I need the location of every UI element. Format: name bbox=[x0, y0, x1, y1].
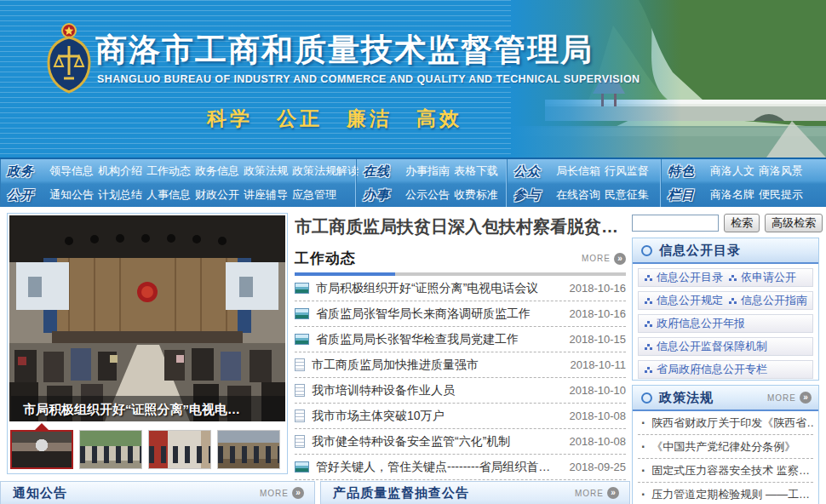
nav-link[interactable]: 行风监督 bbox=[605, 163, 649, 179]
news-item-title[interactable]: 我市培训特种设备作业人员 bbox=[312, 383, 559, 398]
info-box-title: 信息公开目录 bbox=[659, 243, 818, 259]
policy-item-title[interactable]: 压力管道定期检验规则 ——工… bbox=[651, 487, 813, 502]
carousel-caption[interactable]: 市局积极组织开好“证照分离”电视电… bbox=[11, 396, 285, 421]
nav-link[interactable]: 便民提示 bbox=[759, 187, 803, 203]
news-item-title[interactable]: 市局积极组织开好“证照分离”电视电话会议 bbox=[316, 281, 559, 296]
thumb-figures bbox=[149, 446, 210, 463]
news-item: 我市市场主体突破10万户 2018-10-08 bbox=[295, 404, 626, 429]
nav-link[interactable]: 办事指南 bbox=[405, 163, 450, 179]
document-icon bbox=[295, 410, 305, 422]
notice-more-link[interactable]: more » bbox=[260, 487, 304, 499]
policy-item: · 固定式压力容器安全技术 监察… bbox=[638, 459, 813, 483]
top-news-headline[interactable]: 市工商质监局扶贫日深入包扶村察看脱贫… bbox=[295, 215, 626, 238]
search-button[interactable]: 检索 bbox=[724, 214, 760, 232]
info-box-header: 信息公开目录 bbox=[633, 238, 818, 264]
nav-link[interactable]: 财政公开 bbox=[195, 187, 239, 203]
cluster-icon bbox=[647, 275, 650, 278]
nav-tab-gongkai[interactable]: 公开 bbox=[7, 187, 44, 203]
product-more-link[interactable]: more » bbox=[575, 487, 619, 499]
dot-bullet-icon: · bbox=[641, 415, 645, 431]
nav-link[interactable]: 领导信息 bbox=[49, 163, 94, 179]
cluster-icon bbox=[647, 367, 650, 369]
site-search: 检索 高级检索 bbox=[632, 213, 821, 233]
nav-tab-tese[interactable]: 特色 bbox=[668, 163, 705, 180]
info-link[interactable]: 信息公开目录 bbox=[647, 270, 723, 285]
nav-link[interactable]: 政务信息 bbox=[195, 163, 239, 179]
info-link-label: 政府信息公开年报 bbox=[657, 316, 745, 331]
news-item-title[interactable]: 市工商质监局加快推进质量强市 bbox=[312, 358, 559, 373]
nav-link[interactable]: 公示公告 bbox=[405, 187, 450, 203]
news-item-date: 2018-10-08 bbox=[559, 435, 626, 448]
carousel-thumb-1[interactable] bbox=[10, 430, 73, 469]
news-item-title[interactable]: 省质监局局长张智华检查我局党建工作 bbox=[316, 332, 559, 347]
search-input[interactable] bbox=[632, 215, 719, 232]
info-row: 政府信息公开年报 bbox=[638, 314, 813, 333]
nav-link[interactable]: 民意征集 bbox=[605, 187, 649, 203]
policy-item-title[interactable]: 《中国共产党纪律处分条例》 bbox=[651, 439, 813, 455]
nav-tab-zhengwu[interactable]: 政务 bbox=[7, 163, 44, 180]
nav-link[interactable]: 应急管理 bbox=[292, 187, 336, 203]
nav-link[interactable]: 机构介绍 bbox=[98, 163, 142, 179]
nav-link[interactable]: 收费标准 bbox=[454, 187, 498, 203]
nav-tab-zaixian[interactable]: 在线 bbox=[363, 163, 400, 180]
nav-link[interactable]: 政策法规 bbox=[244, 163, 288, 179]
more-label: more bbox=[767, 393, 796, 403]
thumb-figures bbox=[80, 446, 141, 463]
nav-link[interactable]: 商洛人文 bbox=[710, 163, 754, 179]
agency-emblem-logo bbox=[43, 20, 95, 94]
news-item-title[interactable]: 我市健全特种设备安全监管“六化”机制 bbox=[312, 434, 559, 450]
nav-tab-canyu[interactable]: 参与 bbox=[513, 187, 551, 203]
info-link-label: 依申请公开 bbox=[741, 270, 796, 285]
nav-link[interactable]: 讲座辅导 bbox=[244, 187, 288, 203]
dot-bullet-icon: · bbox=[641, 487, 645, 502]
nav-tab-banshi[interactable]: 办事 bbox=[363, 187, 400, 203]
nav-link[interactable]: 人事信息 bbox=[146, 187, 191, 203]
news-more-link[interactable]: more » bbox=[582, 253, 626, 265]
carousel-thumb-4[interactable] bbox=[217, 430, 280, 469]
conference-photo-illustration bbox=[9, 215, 285, 421]
nav-link[interactable]: 局长信箱 bbox=[556, 163, 600, 179]
policy-box-title: 政策法规 bbox=[659, 390, 767, 406]
nav-link[interactable]: 商洛风景 bbox=[759, 163, 803, 179]
news-item: 我市健全特种设备安全监管“六化”机制 2018-10-08 bbox=[295, 429, 626, 455]
dot-bullet-icon: · bbox=[641, 439, 645, 455]
news-item-title[interactable]: 省质监局张智华局长来商洛调研质监工作 bbox=[316, 306, 559, 322]
info-link[interactable]: 省局政府信息公开专栏 bbox=[647, 362, 767, 377]
news-item: 省质监局张智华局长来商洛调研质监工作 2018-10-16 bbox=[295, 301, 626, 327]
cluster-icon bbox=[731, 298, 734, 301]
news-item-date: 2018-10-11 bbox=[559, 358, 626, 371]
nav-group-online: 在线 办事指南 表格下载 办事 公示公告 收费标准 bbox=[356, 159, 507, 207]
nav-tab-lanmu[interactable]: 栏目 bbox=[668, 187, 705, 203]
nav-link[interactable]: 商洛名牌 bbox=[710, 187, 754, 203]
policy-item: · 压力管道定期检验规则 ——工… bbox=[638, 483, 813, 504]
info-link[interactable]: 信息公开监督保障机制 bbox=[647, 339, 767, 354]
carousel-thumb-2[interactable] bbox=[79, 430, 142, 469]
info-link[interactable]: 信息公开指南 bbox=[731, 293, 807, 308]
notice-announcements-section: 通知公告 more » bbox=[0, 481, 315, 504]
policy-regulations-box: 政策法规 more » · 陕西省财政厅关于印发《陕西省… · 《中国共产党纪律… bbox=[632, 385, 819, 504]
nav-link[interactable]: 表格下载 bbox=[454, 163, 498, 179]
main-nav: 政务 领导信息 机构介绍 工作动态 政务信息 政策法规 政策法规解读 公开 通知… bbox=[0, 158, 826, 207]
site-banner: 商洛市工商和质量技术监督管理局 SHANGLUO BUREAU OF INDUS… bbox=[0, 0, 826, 158]
policy-item-title[interactable]: 固定式压力容器安全技术 监察… bbox=[651, 463, 813, 478]
carousel-main-photo[interactable]: 市局积极组织开好“证照分离”电视电… bbox=[9, 215, 285, 421]
nav-link[interactable]: 通知公告 bbox=[49, 187, 94, 203]
policy-item-title[interactable]: 陕西省财政厅关于印发《陕西省… bbox=[651, 415, 813, 431]
info-link-label: 信息公开监督保障机制 bbox=[657, 339, 767, 354]
news-item-title[interactable]: 我市市场主体突破10万户 bbox=[312, 409, 559, 424]
info-link[interactable]: 政府信息公开年报 bbox=[647, 316, 745, 331]
nav-link[interactable]: 工作动态 bbox=[146, 163, 191, 179]
nav-link[interactable]: 政策法规解读 bbox=[292, 163, 359, 179]
document-icon bbox=[295, 384, 305, 397]
nav-link[interactable]: 在线咨询 bbox=[556, 187, 600, 203]
nav-tab-gongzhong[interactable]: 公众 bbox=[513, 163, 551, 180]
info-link[interactable]: 信息公开规定 bbox=[647, 293, 723, 308]
news-item-title[interactable]: 管好关键人，管住关键点--------省局组织首期… bbox=[316, 460, 559, 475]
info-link[interactable]: 依申请公开 bbox=[731, 270, 796, 285]
active-thumb-pointer bbox=[35, 423, 49, 430]
advanced-search-button[interactable]: 高级检索 bbox=[765, 214, 823, 232]
policy-more-link[interactable]: more » bbox=[767, 392, 812, 404]
nav-link[interactable]: 计划总结 bbox=[98, 187, 142, 203]
cluster-icon bbox=[647, 298, 650, 301]
carousel-thumb-3[interactable] bbox=[148, 430, 211, 469]
